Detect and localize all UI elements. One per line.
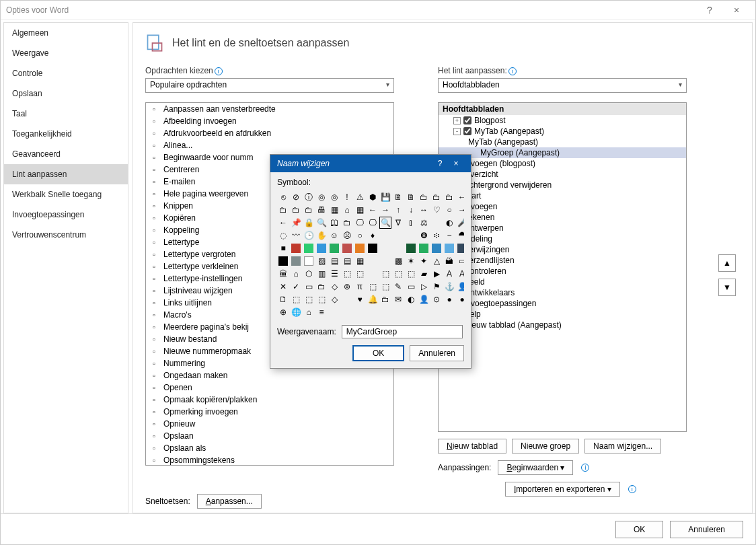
symbol-cell[interactable]: 👤 xyxy=(418,293,430,305)
symbol-cell[interactable]: 🗀 xyxy=(303,204,315,216)
tree-node[interactable]: Start xyxy=(439,190,686,201)
tree-node[interactable]: -MyTab (Aangepast) xyxy=(439,126,686,137)
tree-node[interactable]: Invoegen xyxy=(439,201,686,212)
dialog-ok-button[interactable]: OK xyxy=(352,345,404,361)
symbol-cell[interactable]: ❽ xyxy=(418,229,430,242)
symbol-cell[interactable]: ♥ xyxy=(354,293,366,305)
sidebar-item[interactable]: Algemeen xyxy=(4,23,128,43)
symbol-cell[interactable]: ▰ xyxy=(418,268,430,280)
tree-node[interactable]: Ontwikkelaars xyxy=(439,287,686,298)
new-tab-button[interactable]: Nieuw tabblad xyxy=(438,439,506,453)
sidebar-item[interactable]: Vertrouwenscentrum xyxy=(4,225,128,245)
symbol-cell[interactable]: ⌂ xyxy=(303,306,315,318)
symbol-cell[interactable]: ● xyxy=(456,293,464,305)
dialog-close-icon[interactable]: × xyxy=(448,159,464,168)
command-item[interactable]: ▫Opmaak kopiëren/plakken xyxy=(146,394,393,406)
symbol-cell[interactable]: ▩ xyxy=(392,255,404,267)
symbol-cell[interactable]: − xyxy=(443,229,455,242)
command-item[interactable]: ▫Opnieuw xyxy=(146,418,393,430)
symbol-cell[interactable]: ✎ xyxy=(392,281,404,293)
symbol-cell[interactable] xyxy=(303,255,315,267)
symbol-cell[interactable]: ▥ xyxy=(315,268,328,280)
customize-ribbon-dropdown[interactable]: Hoofdtabbladen xyxy=(438,78,687,93)
symbol-cell[interactable]: A xyxy=(456,268,464,280)
symbol-cell[interactable]: ☺ xyxy=(328,229,340,242)
symbol-cell[interactable] xyxy=(328,306,340,318)
symbol-cell[interactable]: ⫿ xyxy=(405,217,417,229)
help-icon[interactable]: i xyxy=(215,67,223,75)
display-name-input[interactable] xyxy=(342,325,463,338)
sidebar-item[interactable]: Toegankelijkheid xyxy=(4,124,128,144)
symbol-cell[interactable] xyxy=(392,242,404,254)
symbol-cell[interactable]: ✓ xyxy=(290,281,302,293)
symbol-cell[interactable] xyxy=(341,242,353,254)
symbol-cell[interactable]: ◇ xyxy=(328,281,340,293)
symbol-cell[interactable]: 🌐 xyxy=(290,306,302,318)
command-item[interactable]: ▫Opslaan als xyxy=(146,442,393,454)
symbol-cell[interactable] xyxy=(405,242,417,254)
tree-node[interactable]: Controleren xyxy=(439,266,686,277)
symbol-cell[interactable] xyxy=(367,255,379,267)
symbol-cell[interactable]: ⌂ xyxy=(341,204,353,216)
symbol-cell[interactable]: ▷ xyxy=(418,281,430,293)
new-group-button[interactable]: Nieuwe groep xyxy=(512,439,579,453)
symbol-cell[interactable]: ▭ xyxy=(303,281,315,293)
command-item[interactable]: ▫Ongedaan maken xyxy=(146,369,393,382)
symbol-cell[interactable]: ▤ xyxy=(328,255,340,267)
tree-node[interactable]: Verwijzingen xyxy=(439,244,686,255)
symbol-cell[interactable]: ⎋ xyxy=(277,191,289,203)
ok-button[interactable]: OK xyxy=(615,521,663,538)
help-icon[interactable]: i xyxy=(581,464,589,472)
symbol-cell[interactable]: 🏛 xyxy=(277,268,289,280)
symbol-cell[interactable] xyxy=(418,242,430,254)
sidebar-item[interactable]: Lint aanpassen xyxy=(4,164,128,184)
symbol-cell[interactable]: ⚖ xyxy=(418,217,430,229)
symbol-cell[interactable]: 🏔 xyxy=(443,255,455,267)
symbol-cell[interactable]: 🕮 xyxy=(328,217,340,229)
symbol-cell[interactable] xyxy=(379,255,391,267)
tree-node[interactable]: Ontwerpen xyxy=(439,223,686,233)
symbol-cell[interactable]: ▤ xyxy=(341,255,353,267)
symbol-cell[interactable] xyxy=(354,242,366,254)
symbol-grid[interactable]: ⎋⊘ⓘ◎◎!⚠⬢💾🗎🗎🗀🗀🗀←🗀🗀🗀🖶▦⌂▦←→↑↓↔♡○→←📌🔒🔍🕮🗀🖵🖵🔍∇… xyxy=(277,191,464,318)
symbol-cell[interactable]: ⬚ xyxy=(303,293,315,305)
symbol-cell[interactable]: 💾 xyxy=(379,191,391,203)
symbol-cell[interactable]: ⬚ xyxy=(379,281,391,293)
symbol-cell[interactable]: ○ xyxy=(354,229,366,242)
tree-node[interactable]: Indeling xyxy=(439,233,686,244)
symbol-cell[interactable]: 🕒 xyxy=(303,229,315,242)
sidebar-item[interactable]: Weergave xyxy=(4,43,128,63)
symbol-cell[interactable]: ✦ xyxy=(418,255,430,267)
tree-node[interactable]: Beeld xyxy=(439,277,686,287)
symbol-cell[interactable]: ⬚ xyxy=(405,268,417,280)
symbol-cell[interactable]: ▭ xyxy=(456,255,464,267)
symbol-cell[interactable] xyxy=(367,242,379,254)
tree-checkbox[interactable] xyxy=(463,127,471,135)
symbol-cell[interactable]: ⯊ xyxy=(456,229,464,242)
symbol-cell[interactable]: → xyxy=(456,204,464,216)
symbol-cell[interactable]: 🎤 xyxy=(456,217,464,229)
symbol-cell[interactable]: → xyxy=(379,204,391,216)
move-down-button[interactable]: ▼ xyxy=(718,279,736,296)
symbol-cell[interactable]: ⬚ xyxy=(379,268,391,280)
customize-shortcuts-button[interactable]: Aanpassen... xyxy=(197,494,262,509)
sidebar-item[interactable]: Controle xyxy=(4,63,128,83)
command-item[interactable]: ▫Afbeelding invoegen xyxy=(146,115,393,127)
symbol-cell[interactable]: ⚓ xyxy=(443,281,455,293)
symbol-cell[interactable]: ☹ xyxy=(341,229,353,242)
tree-node[interactable]: Verzendlijsten xyxy=(439,255,686,266)
symbol-cell[interactable]: 🗀 xyxy=(341,217,353,229)
dialog-cancel-button[interactable]: Annuleren xyxy=(410,345,464,361)
symbol-cell[interactable]: ✋ xyxy=(315,229,328,242)
symbol-cell[interactable]: 👤 xyxy=(456,281,464,293)
symbol-cell[interactable]: ⬚ xyxy=(341,268,353,280)
symbol-cell[interactable]: 🖵 xyxy=(367,217,379,229)
symbol-cell[interactable]: ▦ xyxy=(328,204,340,216)
tree-node[interactable]: Help xyxy=(439,309,686,320)
symbol-cell[interactable] xyxy=(405,229,417,242)
symbol-cell[interactable]: 🔔 xyxy=(367,293,379,305)
symbol-cell[interactable]: ⊕ xyxy=(277,306,289,318)
symbol-cell[interactable]: 〰 xyxy=(290,229,302,242)
symbol-cell[interactable]: ◇ xyxy=(328,293,340,305)
symbol-cell[interactable]: ⊙ xyxy=(430,293,443,305)
